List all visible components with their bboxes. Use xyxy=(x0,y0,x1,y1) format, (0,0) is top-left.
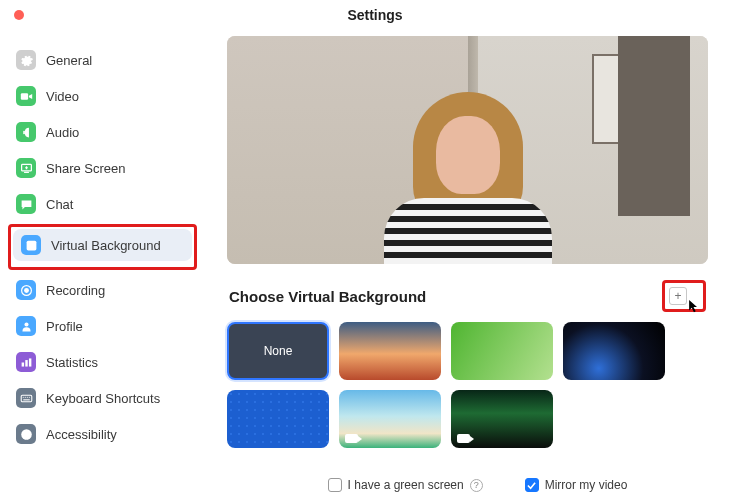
svg-rect-0 xyxy=(20,93,27,100)
settings-content: Choose Virtual Background + None I have … xyxy=(205,30,750,500)
keyboard-icon xyxy=(16,388,36,408)
share-icon xyxy=(16,158,36,178)
sidebar-item-label: Keyboard Shortcuts xyxy=(46,391,160,406)
svg-rect-11 xyxy=(28,358,30,366)
sidebar-item-label: Recording xyxy=(46,283,105,298)
svg-point-14 xyxy=(22,396,23,397)
profile-icon xyxy=(16,316,36,336)
sidebar-item-statistics[interactable]: Statistics xyxy=(8,346,197,378)
checkbox-box-checked xyxy=(525,478,539,492)
video-indicator-icon xyxy=(345,434,358,443)
sidebar-item-label: General xyxy=(46,53,92,68)
svg-point-15 xyxy=(24,396,25,397)
bg-option-beach[interactable] xyxy=(339,390,441,448)
sidebar-item-general[interactable]: General xyxy=(8,44,197,76)
window-title: Settings xyxy=(0,7,750,23)
svg-rect-1 xyxy=(23,130,25,133)
options-footer: I have a green screen ? Mirror my video xyxy=(205,470,750,500)
sidebar-item-video[interactable]: Video xyxy=(8,80,197,112)
bg-option-grass[interactable] xyxy=(451,322,553,380)
sidebar-item-accessibility[interactable]: Accessibility xyxy=(8,418,197,450)
record-icon xyxy=(16,280,36,300)
accessibility-icon xyxy=(16,424,36,444)
video-icon xyxy=(16,86,36,106)
mirror-video-checkbox[interactable]: Mirror my video xyxy=(525,478,628,492)
svg-point-17 xyxy=(28,396,29,397)
sidebar-item-label: Chat xyxy=(46,197,73,212)
mirror-video-label: Mirror my video xyxy=(545,478,628,492)
bg-option-bridge[interactable] xyxy=(339,322,441,380)
video-preview xyxy=(227,36,708,264)
bg-option-pattern[interactable] xyxy=(227,390,329,448)
svg-point-7 xyxy=(24,288,29,293)
sidebar-item-keyboard-shortcuts[interactable]: Keyboard Shortcuts xyxy=(8,382,197,414)
sidebar-item-label: Video xyxy=(46,89,79,104)
stats-icon xyxy=(16,352,36,372)
sidebar-item-label: Profile xyxy=(46,319,83,334)
green-screen-checkbox[interactable]: I have a green screen ? xyxy=(328,478,483,492)
audio-icon xyxy=(16,122,36,142)
svg-rect-3 xyxy=(24,171,29,172)
sidebar-item-label: Virtual Background xyxy=(51,238,161,253)
sidebar-item-chat[interactable]: Chat xyxy=(8,188,197,220)
sidebar-item-label: Statistics xyxy=(46,355,98,370)
gear-icon xyxy=(16,50,36,70)
svg-rect-12 xyxy=(21,395,32,402)
user-icon xyxy=(21,235,41,255)
bg-option-none[interactable]: None xyxy=(227,322,329,380)
svg-point-8 xyxy=(24,322,28,326)
video-indicator-icon xyxy=(457,434,470,443)
sidebar-item-label: Accessibility xyxy=(46,427,117,442)
svg-point-5 xyxy=(29,242,32,245)
add-background-highlight: + xyxy=(662,280,706,312)
sidebar-item-label: Share Screen xyxy=(46,161,126,176)
svg-rect-13 xyxy=(23,399,30,400)
bg-option-aurora[interactable] xyxy=(451,390,553,448)
sidebar-item-recording[interactable]: Recording xyxy=(8,274,197,306)
svg-point-19 xyxy=(25,431,27,433)
svg-rect-9 xyxy=(21,362,23,366)
background-thumbnails: None xyxy=(227,322,708,448)
add-background-button[interactable]: + xyxy=(669,287,687,305)
checkbox-box xyxy=(328,478,342,492)
svg-rect-10 xyxy=(25,360,27,367)
settings-sidebar: GeneralVideoAudioShare ScreenChatVirtual… xyxy=(0,30,205,500)
sidebar-item-profile[interactable]: Profile xyxy=(8,310,197,342)
titlebar: Settings xyxy=(0,0,750,30)
cursor-icon xyxy=(688,299,699,313)
sidebar-item-audio[interactable]: Audio xyxy=(8,116,197,148)
sidebar-item-label: Audio xyxy=(46,125,79,140)
sidebar-item-share-screen[interactable]: Share Screen xyxy=(8,152,197,184)
svg-point-16 xyxy=(26,396,27,397)
bg-option-earth[interactable] xyxy=(563,322,665,380)
help-icon[interactable]: ? xyxy=(470,479,483,492)
chat-icon xyxy=(16,194,36,214)
sidebar-item-virtual-background[interactable]: Virtual Background xyxy=(13,229,192,261)
sidebar-highlight: Virtual Background xyxy=(8,224,197,270)
green-screen-label: I have a green screen xyxy=(348,478,464,492)
bg-none-label: None xyxy=(264,344,293,358)
section-title: Choose Virtual Background xyxy=(229,288,426,305)
